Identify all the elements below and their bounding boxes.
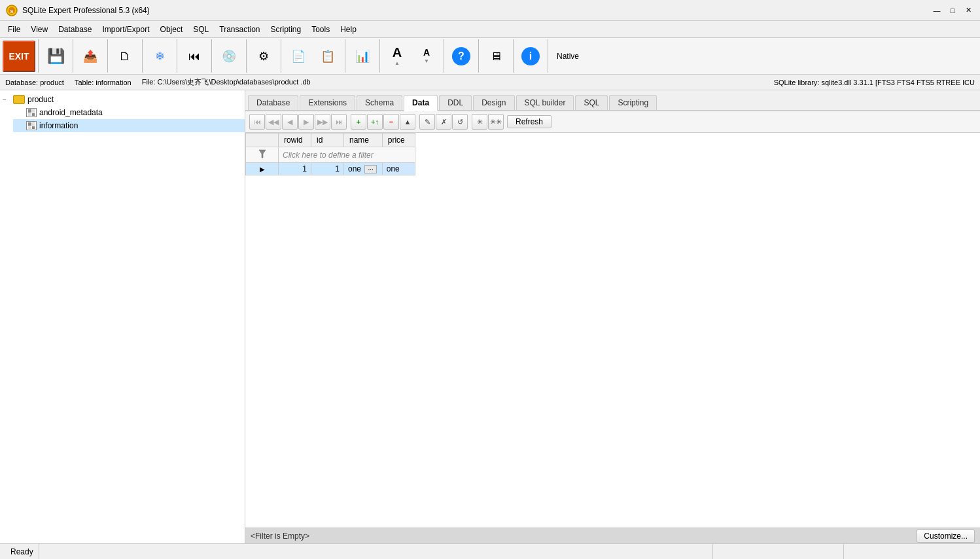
bottom-bar: <Filter is Empty> Customize... bbox=[245, 528, 980, 543]
status-bar: Ready bbox=[0, 543, 980, 559]
row-indicator: ▶ bbox=[246, 163, 279, 175]
th-indicator bbox=[246, 134, 279, 147]
file-label: File: C:\Users\史齐飞\Desktop\databases\pro… bbox=[142, 77, 311, 87]
exit-button[interactable]: EXIT bbox=[3, 41, 35, 72]
status-seg-3 bbox=[713, 544, 844, 559]
th-rowid[interactable]: rowid bbox=[279, 134, 311, 147]
font-shrink-button[interactable]: A ▼ bbox=[412, 41, 441, 72]
nav-first-button[interactable]: ⏮ bbox=[249, 114, 265, 130]
folder-icon bbox=[13, 95, 25, 104]
freeze-button[interactable]: ❄ bbox=[145, 41, 174, 72]
menu-item-scripting[interactable]: Scripting bbox=[266, 24, 307, 35]
cancel-edit-button[interactable]: ✗ bbox=[436, 114, 451, 130]
save-button[interactable]: 💾 bbox=[41, 41, 70, 72]
nav-last-button[interactable]: ⏭ bbox=[331, 114, 347, 130]
post-button[interactable]: ▲ bbox=[400, 114, 415, 130]
open-button[interactable]: 📤 bbox=[76, 41, 105, 72]
filter-clear-button[interactable]: ✳✳ bbox=[488, 114, 504, 130]
status-text: Ready bbox=[5, 544, 39, 559]
tree-item-information[interactable]: information bbox=[13, 119, 245, 132]
table-icon-2 bbox=[26, 121, 37, 130]
menu-item-sql[interactable]: SQL bbox=[188, 24, 214, 35]
menu-bar: FileViewDatabaseImport/ExportObjectSQLTr… bbox=[0, 21, 980, 38]
doc-button[interactable]: 📄 bbox=[284, 41, 313, 72]
tab-sql[interactable]: SQL bbox=[575, 95, 608, 110]
title-bar: S SQLite Expert Professional 5.3 (x64) —… bbox=[0, 0, 980, 21]
undo-button[interactable]: ↺ bbox=[452, 114, 468, 130]
menu-item-tools[interactable]: Tools bbox=[306, 24, 335, 35]
tab-design[interactable]: Design bbox=[473, 95, 514, 110]
data-toolbar: ⏮ ◀◀ ◀ ▶ ▶▶ ⏭ + +↑ − ▲ ✎ ✗ ↺ ✳ ✳✳ Refres… bbox=[245, 111, 980, 133]
new-button[interactable]: 🗋 bbox=[111, 41, 139, 72]
minimize-button[interactable]: — bbox=[930, 4, 943, 17]
filter-button[interactable]: ✳ bbox=[472, 114, 487, 130]
nav-next-page-button[interactable]: ▶▶ bbox=[315, 114, 330, 130]
close-button[interactable]: ✕ bbox=[962, 4, 975, 17]
disk-button[interactable]: 💿 bbox=[215, 41, 243, 72]
cell-price[interactable]: one bbox=[382, 163, 415, 175]
db-label: Database: product bbox=[5, 79, 64, 86]
delete-row-button[interactable]: − bbox=[383, 114, 399, 130]
monitor-button[interactable]: 🖥 bbox=[481, 41, 510, 72]
name-ellipsis-button[interactable]: ··· bbox=[364, 165, 376, 173]
right-panel: Database Extensions Schema Data DDL Desi… bbox=[245, 90, 980, 543]
maximize-button[interactable]: □ bbox=[946, 4, 959, 17]
tab-data[interactable]: Data bbox=[404, 95, 438, 111]
help-button[interactable]: ? bbox=[447, 41, 476, 72]
nav-back-button[interactable]: ⏮ bbox=[180, 41, 209, 72]
nav-next-button[interactable]: ▶ bbox=[298, 114, 314, 130]
toolbar: EXIT 💾 📤 🗋 ❄ ⏮ 💿 ⚙ bbox=[0, 38, 980, 75]
cell-name[interactable]: one ··· bbox=[344, 163, 383, 175]
tree-item-android-metadata[interactable]: android_metadata bbox=[13, 106, 245, 119]
tree-root-label: product bbox=[27, 95, 54, 104]
tab-sql-builder[interactable]: SQL builder bbox=[516, 95, 574, 110]
chart-button[interactable]: 📊 bbox=[348, 41, 377, 72]
nav-prev-button[interactable]: ◀ bbox=[282, 114, 298, 130]
menu-item-view[interactable]: View bbox=[26, 24, 53, 35]
table-icon bbox=[26, 108, 37, 117]
cell-rowid[interactable]: 1 bbox=[279, 163, 311, 175]
customize-button[interactable]: Customize... bbox=[917, 530, 975, 543]
edit-button[interactable]: ✎ bbox=[419, 114, 435, 130]
th-id[interactable]: id bbox=[311, 134, 344, 147]
filter-row[interactable]: Click here to define a filter bbox=[246, 147, 415, 163]
app-icon: S bbox=[5, 4, 18, 17]
native-button[interactable]: Native bbox=[551, 41, 585, 72]
tab-schema[interactable]: Schema bbox=[357, 95, 402, 110]
tree-item-label: android_metadata bbox=[39, 108, 103, 117]
settings-button[interactable]: ⚙ bbox=[249, 41, 278, 72]
tab-ddl[interactable]: DDL bbox=[439, 95, 472, 110]
menu-item-object[interactable]: Object bbox=[155, 24, 188, 35]
filter-status: <Filter is Empty> bbox=[251, 532, 917, 541]
menu-item-database[interactable]: Database bbox=[53, 24, 97, 35]
table-label: Table: information bbox=[75, 79, 131, 86]
filter-text[interactable]: Click here to define a filter bbox=[279, 147, 415, 163]
tree-root-item[interactable]: − product bbox=[0, 93, 245, 106]
menu-item-import/export[interactable]: Import/Export bbox=[97, 24, 155, 35]
table-row[interactable]: ▶ 1 1 one ··· one bbox=[246, 163, 415, 175]
th-name[interactable]: name bbox=[344, 134, 383, 147]
sqlite-lib-label: SQLite library: sqlite3.dll 3.31.1 [FTS3… bbox=[774, 79, 975, 86]
data-table: rowid id name price Click he bbox=[245, 133, 415, 175]
tab-scripting[interactable]: Scripting bbox=[609, 95, 657, 110]
add-row-button[interactable]: + bbox=[351, 114, 366, 130]
tab-extensions[interactable]: Extensions bbox=[300, 95, 355, 110]
tab-database[interactable]: Database bbox=[248, 95, 298, 110]
tabs: Database Extensions Schema Data DDL Desi… bbox=[245, 90, 980, 111]
copy-button[interactable]: 📋 bbox=[313, 41, 342, 72]
main-layout: − product android_metadata bbox=[0, 90, 980, 543]
info-button[interactable]: i bbox=[516, 41, 545, 72]
add-row-above-button[interactable]: +↑ bbox=[367, 114, 383, 130]
nav-prev-page-button[interactable]: ◀◀ bbox=[266, 114, 281, 130]
font-grow-button[interactable]: A ▲ bbox=[383, 41, 411, 72]
refresh-button[interactable]: Refresh bbox=[507, 115, 551, 128]
left-panel: − product android_metadata bbox=[0, 90, 245, 543]
th-price[interactable]: price bbox=[382, 134, 415, 147]
cell-id[interactable]: 1 bbox=[311, 163, 344, 175]
menu-item-transaction[interactable]: Transaction bbox=[214, 24, 265, 35]
status-seg-4 bbox=[844, 544, 975, 559]
menu-item-help[interactable]: Help bbox=[335, 24, 362, 35]
info-bar: Database: product Table: information Fil… bbox=[0, 75, 980, 90]
menu-item-file[interactable]: File bbox=[3, 24, 26, 35]
status-seg-2 bbox=[39, 544, 713, 559]
